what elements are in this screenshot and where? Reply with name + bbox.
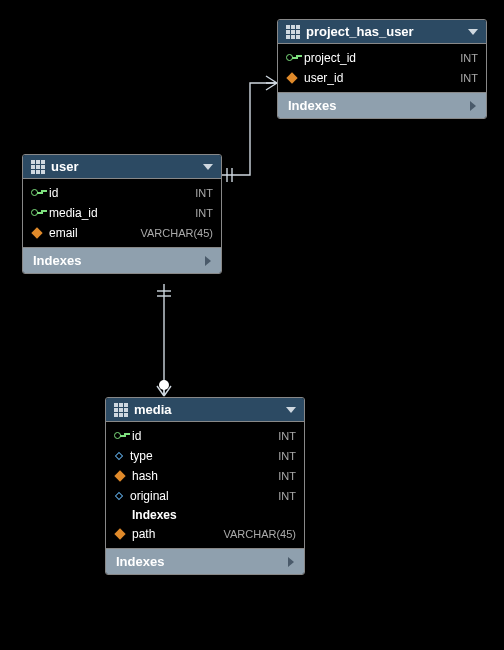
entity-user[interactable]: useridINTmedia_idINTemailVARCHAR(45)Inde… (22, 154, 222, 274)
column-name: project_id (304, 50, 454, 66)
column-row[interactable]: pathVARCHAR(45) (106, 524, 304, 544)
column-type: INT (278, 448, 296, 464)
column-row[interactable]: hashINT (106, 466, 304, 486)
column-row[interactable]: idINT (23, 183, 221, 203)
collapse-icon[interactable] (468, 29, 478, 35)
entity-columns: idINTmedia_idINTemailVARCHAR(45) (23, 179, 221, 247)
entity-header[interactable]: user (23, 155, 221, 179)
inline-indexes-label: Indexes (106, 506, 304, 524)
entity-header[interactable]: media (106, 398, 304, 422)
column-row[interactable]: typeINT (106, 446, 304, 466)
column-type: INT (195, 185, 213, 201)
column-row[interactable]: project_idINT (278, 48, 486, 68)
entity-title: media (134, 402, 280, 417)
collapse-icon[interactable] (203, 164, 213, 170)
primary-key-icon (31, 187, 43, 199)
relationship-endpoint-dot (159, 380, 169, 390)
column-row[interactable]: idINT (106, 426, 304, 446)
column-name: type (130, 448, 272, 464)
column-row[interactable]: user_idINT (278, 68, 486, 88)
column-filled-diamond-icon (286, 72, 297, 83)
indexes-label: Indexes (33, 253, 197, 268)
column-name: id (49, 185, 189, 201)
column-filled-diamond-icon (31, 227, 42, 238)
column-name: id (132, 428, 272, 444)
column-filled-diamond-icon (114, 528, 125, 539)
column-filled-diamond-icon (114, 470, 125, 481)
primary-key-icon (286, 52, 298, 64)
column-row[interactable]: media_idINT (23, 203, 221, 223)
column-row[interactable]: emailVARCHAR(45) (23, 223, 221, 243)
column-name: original (130, 488, 272, 504)
expand-icon[interactable] (205, 256, 211, 266)
column-type: INT (460, 70, 478, 86)
collapse-icon[interactable] (286, 407, 296, 413)
table-icon (286, 25, 300, 39)
column-type: VARCHAR(45) (140, 225, 213, 241)
column-type: INT (278, 488, 296, 504)
column-open-diamond-icon (115, 452, 123, 460)
indexes-bar[interactable]: Indexes (278, 92, 486, 118)
table-icon (31, 160, 45, 174)
indexes-label: Indexes (288, 98, 462, 113)
entity-columns: idINTtypeINThashINToriginalINTIndexespat… (106, 422, 304, 548)
indexes-label: Indexes (116, 554, 280, 569)
column-name: hash (132, 468, 272, 484)
column-name: email (49, 225, 134, 241)
indexes-bar[interactable]: Indexes (106, 548, 304, 574)
entity-project_has_user[interactable]: project_has_userproject_idINTuser_idINTI… (277, 19, 487, 119)
entity-title: project_has_user (306, 24, 462, 39)
entity-columns: project_idINTuser_idINT (278, 44, 486, 92)
column-type: INT (278, 468, 296, 484)
column-open-diamond-icon (115, 492, 123, 500)
table-icon (114, 403, 128, 417)
entity-title: user (51, 159, 197, 174)
column-type: INT (195, 205, 213, 221)
primary-key-icon (31, 207, 43, 219)
expand-icon[interactable] (288, 557, 294, 567)
column-name: user_id (304, 70, 454, 86)
column-type: INT (278, 428, 296, 444)
column-type: INT (460, 50, 478, 66)
column-row[interactable]: originalINT (106, 486, 304, 506)
primary-key-icon (114, 430, 126, 442)
entity-header[interactable]: project_has_user (278, 20, 486, 44)
indexes-bar[interactable]: Indexes (23, 247, 221, 273)
column-name: media_id (49, 205, 189, 221)
entity-media[interactable]: mediaidINTtypeINThashINToriginalINTIndex… (105, 397, 305, 575)
column-type: VARCHAR(45) (223, 526, 296, 542)
column-name: path (132, 526, 217, 542)
expand-icon[interactable] (470, 101, 476, 111)
